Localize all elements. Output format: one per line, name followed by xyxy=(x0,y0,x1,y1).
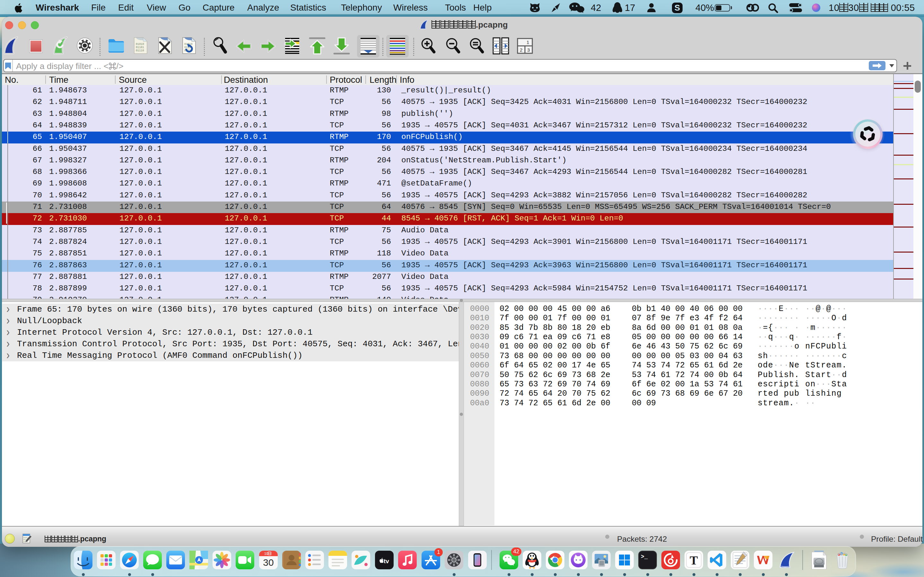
svg-text:1: 1 xyxy=(527,39,529,45)
svg-text:2: 2 xyxy=(520,47,522,53)
svg-text:T: T xyxy=(690,554,698,567)
svg-text:3: 3 xyxy=(527,47,530,53)
svg-text:01110: 01110 xyxy=(136,49,144,52)
svg-text:>_: >_ xyxy=(641,554,648,560)
svg-text:01010: 01010 xyxy=(136,43,144,46)
svg-text:01101: 01101 xyxy=(136,46,144,49)
svg-text:tv: tv xyxy=(384,558,389,564)
svg-text:10: 10 xyxy=(264,552,268,556)
svg-text:30: 30 xyxy=(263,557,274,568)
